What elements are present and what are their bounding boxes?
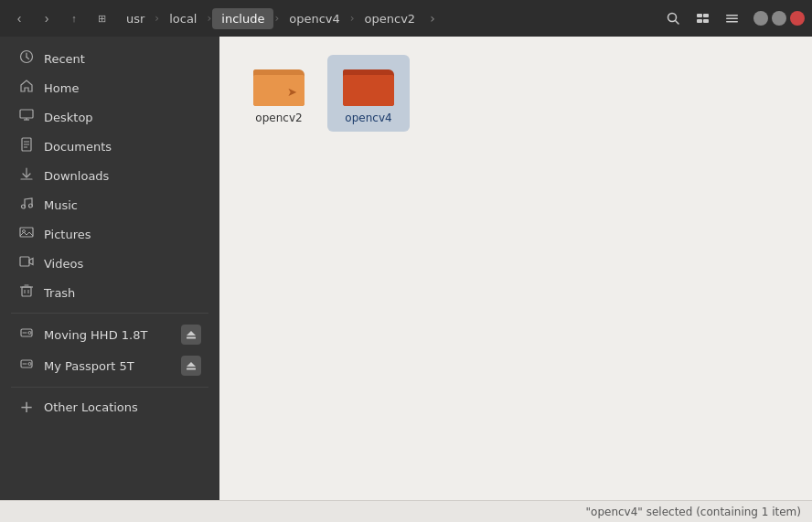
breadcrumb-opencv4[interactable]: opencv4: [280, 8, 349, 29]
svg-rect-39: [187, 368, 196, 370]
svg-rect-12: [20, 110, 33, 118]
sidebar-item-home-label: Home: [44, 81, 79, 95]
folder-icon-opencv4: [343, 62, 394, 106]
forward-button[interactable]: ›: [35, 6, 59, 30]
eject-icon-1: [186, 329, 197, 340]
file-item-opencv4[interactable]: opencv4: [327, 55, 410, 132]
trash-icon: [18, 283, 35, 302]
other-locations-icon: +: [18, 399, 35, 415]
videos-icon: [18, 254, 35, 272]
svg-rect-5: [703, 19, 709, 23]
sidebar-item-home[interactable]: Home: [4, 73, 216, 102]
svg-marker-38: [187, 362, 196, 367]
svg-rect-7: [726, 17, 738, 19]
sidebar-item-trash-label: Trash: [44, 286, 75, 300]
sidebar-item-music[interactable]: Music: [4, 190, 216, 219]
sidebar-item-recent[interactable]: Recent: [4, 44, 216, 73]
folder-front-opencv2: ➤: [253, 75, 304, 106]
svg-rect-8: [726, 21, 738, 23]
file-item-opencv2[interactable]: ➤ opencv2: [238, 55, 320, 132]
sidebar-item-desktop-label: Desktop: [44, 111, 93, 124]
sidebar-item-videos[interactable]: Videos: [4, 249, 216, 278]
breadcrumb-opencv2[interactable]: opencv2: [356, 8, 425, 29]
window-controls: [753, 11, 805, 26]
pictures-icon: [18, 225, 35, 243]
breadcrumb-sep-1: ›: [154, 12, 160, 25]
downloads-icon: [18, 166, 35, 185]
breadcrumb: usr › local › include › opencv4 › opencv…: [117, 7, 653, 29]
folder-icon-opencv2: ➤: [253, 62, 304, 106]
titlebar: ‹ › ↑ ⊞ usr › local › include › opencv4 …: [0, 0, 812, 37]
folder-front-opencv4: [343, 75, 394, 106]
svg-rect-3: [703, 14, 709, 17]
sidebar-item-documents-label: Documents: [44, 140, 112, 154]
sidebar-item-documents[interactable]: Documents: [4, 132, 216, 161]
eject-icon-2: [186, 360, 197, 371]
breadcrumb-local[interactable]: local: [160, 8, 206, 29]
svg-line-11: [27, 58, 29, 59]
svg-point-31: [28, 332, 31, 335]
svg-point-36: [28, 363, 31, 366]
view-icon: [696, 12, 710, 26]
svg-rect-34: [187, 337, 196, 339]
sidebar-item-trash[interactable]: Trash: [4, 278, 216, 307]
status-text: "opencv4" selected (containing 1 item): [586, 506, 801, 518]
sidebar-item-desktop[interactable]: Desktop: [4, 102, 216, 132]
statusbar: "opencv4" selected (containing 1 item): [0, 500, 812, 522]
svg-rect-26: [22, 287, 31, 296]
menu-button[interactable]: [719, 5, 744, 31]
breadcrumb-sep-2: ›: [206, 12, 212, 25]
sidebar-item-downloads[interactable]: Downloads: [4, 161, 216, 190]
sidebar-divider-2: [11, 387, 208, 388]
sidebar-item-moving-hhd-label: Moving HHD 1.8T: [44, 328, 147, 342]
sidebar-item-my-passport[interactable]: My Passport 5T: [4, 350, 216, 381]
recent-icon: [18, 49, 35, 68]
eject-moving-hhd-button[interactable]: [181, 325, 201, 345]
minimize-button[interactable]: [753, 11, 768, 26]
sidebar-item-pictures-label: Pictures: [44, 228, 91, 241]
content-area[interactable]: ➤ opencv2 opencv4: [219, 37, 812, 500]
sidebar-item-pictures[interactable]: Pictures: [4, 219, 216, 249]
main-area: Recent Home Desktop: [0, 37, 812, 500]
svg-rect-6: [726, 15, 738, 16]
breadcrumb-sep-4: ›: [349, 12, 356, 25]
file-label-opencv4: opencv4: [345, 112, 391, 124]
svg-line-1: [675, 20, 678, 24]
maximize-button[interactable]: [772, 11, 786, 26]
drive-icon-2: [18, 357, 35, 375]
sidebar-item-moving-hhd[interactable]: Moving HHD 1.8T: [4, 319, 216, 350]
sidebar-divider-1: [11, 313, 208, 314]
breadcrumb-usr[interactable]: usr: [117, 8, 154, 29]
view-toggle-button[interactable]: [689, 5, 715, 31]
up-button[interactable]: ↑: [62, 6, 86, 30]
folder-arrow-opencv2: ➤: [287, 85, 297, 99]
hamburger-icon: [725, 12, 739, 26]
music-icon: [18, 196, 35, 214]
breadcrumb-more-icon[interactable]: ›: [424, 7, 441, 29]
back-button[interactable]: ‹: [7, 6, 31, 30]
breadcrumb-sep-3: ›: [273, 12, 280, 25]
svg-rect-4: [697, 19, 702, 23]
svg-marker-33: [187, 331, 196, 336]
sidebar: Recent Home Desktop: [0, 37, 219, 500]
svg-rect-25: [20, 257, 29, 266]
svg-point-22: [29, 204, 33, 208]
documents-icon: [18, 137, 35, 155]
close-button[interactable]: [790, 11, 805, 26]
sidebar-item-recent-label: Recent: [44, 52, 85, 66]
breadcrumb-include[interactable]: include: [212, 8, 273, 29]
sidebar-item-my-passport-label: My Passport 5T: [44, 359, 134, 373]
desktop-icon: [18, 108, 35, 126]
sidebar-item-other-locations-label: Other Locations: [44, 400, 138, 414]
sidebar-item-music-label: Music: [44, 198, 78, 212]
file-grid: ➤ opencv2 opencv4: [238, 55, 794, 132]
drive-icon-1: [18, 325, 35, 344]
sidebar-item-other-locations[interactable]: + Other Locations: [4, 393, 216, 421]
search-button[interactable]: [660, 5, 686, 31]
titlebar-actions: [660, 5, 744, 31]
search-icon: [667, 12, 680, 26]
eject-my-passport-button[interactable]: [181, 356, 201, 376]
sidebar-item-downloads-label: Downloads: [44, 169, 109, 183]
svg-rect-2: [697, 14, 702, 17]
location-button[interactable]: ⊞: [90, 6, 113, 30]
